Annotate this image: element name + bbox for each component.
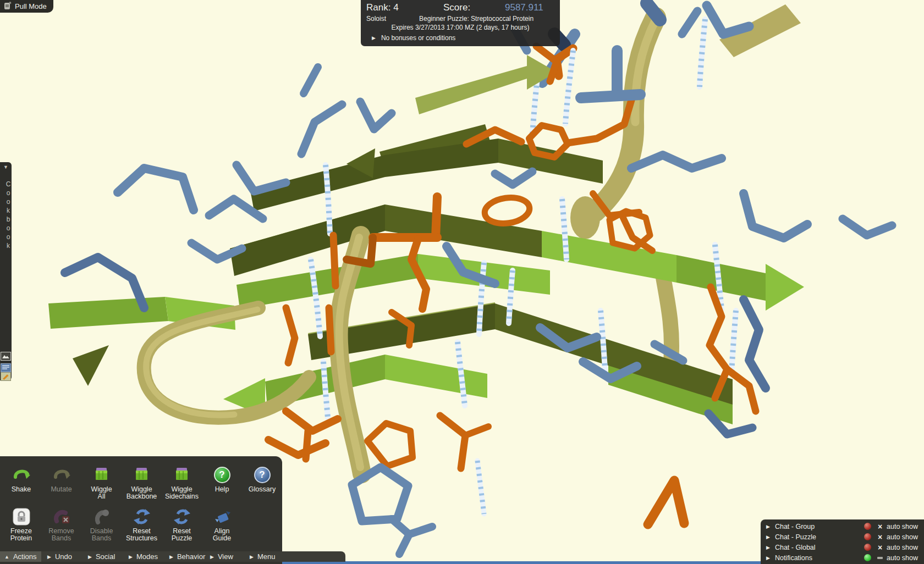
menu-item-social[interactable]: ▶Social — [84, 551, 119, 562]
wiggle-backbone-button[interactable]: WiggleBackbone — [122, 464, 162, 500]
score-value: 9587.911 — [505, 2, 543, 13]
reset-puzzle-icon — [173, 506, 191, 528]
reset-structures-button[interactable]: ResetStructures — [122, 506, 162, 542]
bonuses-row[interactable]: ▶ No bonuses or conditions — [372, 34, 455, 42]
reset-structures-icon — [133, 506, 151, 528]
menu-arrow-icon: ▶ — [250, 554, 254, 560]
menu-item-behavior[interactable]: ▶Behavior — [165, 551, 210, 562]
puzzle-info-panel: Rank: 4 Score: 9587.911 Soloist Beginner… — [361, 0, 560, 46]
mutate-icon — [52, 464, 71, 486]
menu-arrow-icon: ▶ — [169, 554, 173, 560]
expand-arrow-icon[interactable]: ▶ — [372, 35, 376, 41]
chat-global-row[interactable]: ▶ Chat - Global × auto show — [761, 542, 924, 552]
pull-mode-button[interactable]: Pull Mode — [0, 0, 53, 13]
close-icon[interactable]: × — [876, 543, 884, 552]
shake-button[interactable]: Shake — [1, 464, 41, 500]
close-icon[interactable]: × — [876, 522, 884, 531]
spacer — [242, 506, 282, 542]
auto-show-label[interactable]: auto show — [887, 554, 921, 562]
disable-bands-icon — [92, 506, 111, 528]
menu-arrow-icon: ▶ — [88, 554, 92, 560]
notifications-label: Notifications — [775, 554, 864, 562]
menu-arrow-icon: ▶ — [210, 554, 214, 560]
freeze-lock-icon — [13, 506, 30, 528]
wiggle-all-button[interactable]: WiggleAll — [81, 464, 122, 500]
menu-item-menu[interactable]: ▶Menu — [245, 551, 279, 562]
chat-status-icon — [864, 523, 871, 530]
bottom-menu-bar: ▲Actions ▶Undo ▶Social ▶Modes ▶Behavior … — [0, 551, 345, 562]
puzzle-title: Beginner Puzzle: Streptococcal Protein — [419, 15, 534, 23]
chat-expand-arrow-icon[interactable]: ▶ — [766, 555, 770, 561]
help-button[interactable]: ? Help — [202, 464, 242, 500]
glossary-icon: ? — [254, 464, 271, 486]
wiggle-flag-icon — [94, 464, 110, 486]
align-guide-button[interactable]: AlignGuide — [202, 506, 242, 542]
wiggle-sidechains-button[interactable]: WiggleSidechains — [162, 464, 202, 500]
menu-arrow-icon: ▶ — [47, 554, 51, 560]
wiggle-flag-icon — [134, 464, 150, 486]
auto-show-label[interactable]: auto show — [887, 523, 921, 530]
auto-show-label[interactable]: auto show — [887, 533, 921, 541]
shake-icon — [12, 464, 31, 486]
glossary-button[interactable]: ? Glossary — [242, 464, 282, 500]
screenshot-icon[interactable] — [1, 352, 11, 361]
menu-item-undo[interactable]: ▶Undo — [43, 551, 76, 562]
chat-group-label: Chat - Group — [775, 523, 864, 530]
cookbook-label: Cookbook — [1, 174, 12, 257]
mutate-button[interactable]: Mutate — [41, 464, 81, 500]
menu-item-modes[interactable]: ▶Modes — [124, 551, 162, 562]
minimize-icon[interactable] — [876, 557, 884, 559]
auto-show-label[interactable]: auto show — [887, 544, 921, 551]
chat-expand-arrow-icon[interactable]: ▶ — [766, 524, 770, 529]
pull-cursor-icon — [3, 1, 12, 12]
notepad-icon[interactable] — [1, 372, 11, 381]
chat-expand-arrow-icon[interactable]: ▶ — [766, 545, 770, 550]
close-icon[interactable]: × — [876, 533, 884, 541]
remove-bands-icon — [52, 506, 71, 528]
chat-group-row[interactable]: ▶ Chat - Group × auto show — [761, 521, 924, 532]
notifications-status-icon — [864, 554, 871, 561]
recipe-book-icon[interactable] — [1, 363, 11, 372]
bonuses-label: No bonuses or conditions — [381, 34, 455, 42]
menu-open-arrow-icon: ▲ — [4, 554, 9, 560]
remove-bands-button[interactable]: RemoveBands — [41, 506, 81, 542]
chat-expand-arrow-icon[interactable]: ▶ — [766, 534, 770, 540]
help-icon: ? — [214, 464, 230, 486]
wiggle-flag-icon — [174, 464, 190, 486]
disable-bands-button[interactable]: DisableBands — [81, 506, 122, 542]
menu-arrow-icon: ▶ — [129, 554, 133, 560]
mode-label: Soloist — [366, 15, 386, 23]
score-label: Score: — [443, 2, 470, 13]
chat-global-label: Chat - Global — [775, 544, 864, 551]
align-guide-icon — [213, 506, 232, 528]
rank-label: Rank: 4 — [366, 2, 399, 13]
chat-puzzle-row[interactable]: ▶ Chat - Puzzle × auto show — [761, 532, 924, 542]
chat-status-icon — [864, 533, 871, 540]
chat-status-icon — [864, 544, 871, 551]
pull-mode-label: Pull Mode — [15, 2, 47, 10]
reset-puzzle-button[interactable]: ResetPuzzle — [162, 506, 202, 542]
notifications-row[interactable]: ▶ Notifications auto show — [761, 552, 924, 563]
expires-label: Expires 3/27/2013 17:00 MZ (2 days, 17 h… — [361, 24, 560, 31]
actions-panel: Shake Mutate WiggleAll WiggleBackbone Wi… — [0, 456, 282, 564]
cookbook-tab[interactable]: ▼ Cookbook — [0, 162, 12, 380]
menu-item-view[interactable]: ▶View — [206, 551, 238, 562]
collapse-arrow-icon[interactable]: ▼ — [0, 162, 12, 170]
menu-item-actions[interactable]: ▲Actions — [0, 551, 41, 562]
chat-panel: ▶ Chat - Group × auto show ▶ Chat - Puzz… — [761, 519, 924, 564]
freeze-protein-button[interactable]: FreezeProtein — [1, 506, 41, 542]
chat-puzzle-label: Chat - Puzzle — [775, 533, 864, 541]
